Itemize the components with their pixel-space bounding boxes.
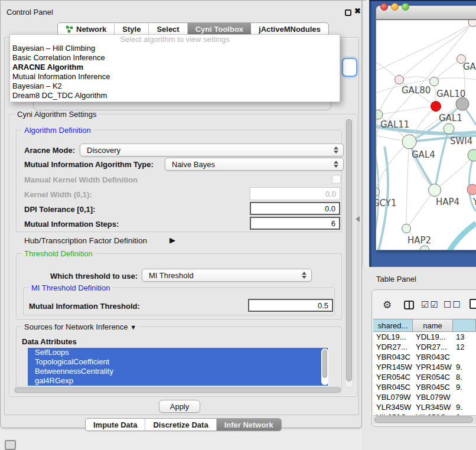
kernel-width-field[interactable]: 0.0 [250, 187, 340, 200]
manual-kernel-width-checkbox[interactable] [332, 175, 341, 184]
table-cell: YBR043C [413, 352, 453, 362]
algorithm-option[interactable]: Bayesian – K2 [10, 81, 340, 91]
tab-cyni-toolbox[interactable]: Cyni Toolbox [188, 23, 251, 35]
collapse-arrow-icon[interactable]: ▼ [130, 324, 136, 331]
table-row[interactable]: YBL079WYBL079W [373, 392, 476, 402]
settings-hscrollbar-thumb[interactable] [14, 387, 341, 393]
columns-icon[interactable] [404, 301, 414, 309]
primary-tab-bar: Network Style Select Cyni Toolbox jActiv… [57, 22, 329, 35]
zoom-traffic-light-icon[interactable] [402, 3, 409, 11]
table-cell: YDR27... [413, 342, 453, 352]
mi-algorithm-type-label: Mutual Information Algorithm Type: [24, 160, 154, 169]
tab-select[interactable]: Select [149, 23, 187, 35]
table-cell: YER054C [413, 372, 453, 382]
inference-algorithm-combobox-fragment[interactable] [342, 58, 357, 77]
settings-scrollbar-track[interactable] [345, 116, 353, 388]
network-node[interactable] [402, 224, 411, 233]
table-body: YDL19...YDL19...13YDR27...YDR27...12YBR0… [373, 332, 476, 415]
tab-jactivemnodules-label: jActiveMNodules [259, 25, 321, 34]
document-icon[interactable] [470, 299, 476, 309]
settings-scrollbar-thumb[interactable] [346, 119, 352, 381]
table-row[interactable]: YBR043CYBR043C [373, 352, 476, 362]
hub-definition-expander-label[interactable]: Hub/Transcription Factor Definition [24, 236, 147, 245]
network-node[interactable] [430, 77, 439, 86]
algorithm-dropdown-placeholder: Select algorithm to view settings [10, 35, 340, 44]
expander-arrow-icon[interactable]: ▶ [169, 236, 175, 244]
network-node[interactable] [456, 97, 469, 110]
combo-arrows-icon [334, 146, 338, 154]
data-attribute-item-selected[interactable]: TopologicalCoefficient [28, 357, 328, 367]
table-row[interactable]: YPR145WYPR145W9. [373, 362, 476, 372]
algorithm-dropdown-popup: Select algorithm to view settings Bayesi… [9, 34, 340, 102]
table-row[interactable]: YDR27...YDR27...12 [373, 342, 476, 352]
data-attribute-item-selected[interactable]: BetweennessCentrality [28, 367, 328, 376]
network-node[interactable] [468, 149, 476, 161]
tab-style[interactable]: Style [115, 23, 149, 35]
mi-algorithm-type-combobox[interactable]: Naive Bayes [165, 158, 344, 171]
network-node[interactable] [467, 184, 476, 195]
minimized-panel-icon[interactable] [5, 440, 16, 450]
combo-arrows-icon [334, 161, 338, 168]
attributes-scrollbar-track[interactable] [321, 348, 328, 385]
combo-arrows-icon [302, 272, 307, 279]
dpi-tolerance-field[interactable]: 0.0 [250, 202, 340, 215]
table-row[interactable]: YBR045CYBR045C9. [373, 382, 476, 392]
tab-discretize-data[interactable]: Discretize Data [145, 419, 216, 431]
sources-title-text: Sources for Network Inference [24, 322, 128, 331]
table-row[interactable]: YDL19...YDL19...13 [373, 332, 476, 342]
network-node-label: GAL1 [439, 113, 462, 123]
which-threshold-value: MI Threshold [149, 271, 194, 280]
table-row[interactable]: YLR345WYLR345W9. [373, 402, 476, 412]
mi-threshold-definition-title: MI Threshold Definition [29, 283, 112, 292]
network-node-label: GAL [463, 61, 476, 72]
table-row[interactable]: YER054CYER054C8. [373, 372, 476, 382]
table-cell: 13 [453, 332, 476, 342]
deselect-all-columns-icon[interactable]: ☐☐ [444, 299, 462, 310]
select-all-columns-icon[interactable]: ☑☑ [421, 299, 439, 310]
minimize-traffic-light-icon[interactable] [391, 3, 399, 11]
network-node[interactable] [444, 123, 454, 134]
network-node[interactable] [376, 110, 383, 119]
network-node[interactable] [431, 102, 441, 112]
which-threshold-combobox[interactable]: MI Threshold [142, 269, 312, 282]
tab-jactivemnodules[interactable]: jActiveMNodules [251, 23, 328, 35]
algorithm-option[interactable]: Dream8 DC_TDC Algorithm [10, 91, 340, 100]
network-node[interactable] [429, 184, 441, 197]
apply-button[interactable]: Apply [159, 400, 200, 413]
mi-steps-field[interactable]: 6 [250, 217, 340, 230]
close-icon[interactable]: ✖ [354, 6, 361, 15]
table-column-header[interactable] [453, 319, 476, 332]
tab-impute-data[interactable]: Impute Data [86, 419, 145, 431]
aracne-mode-combobox[interactable]: Discovery [80, 144, 344, 156]
network-edge [406, 190, 435, 229]
splitter-collapse-arrow[interactable] [356, 216, 360, 222]
float-window-icon[interactable] [345, 9, 351, 16]
data-attributes-label: Data Attributes [22, 337, 77, 346]
close-traffic-light-icon[interactable] [380, 3, 388, 11]
tab-infer-network[interactable]: Infer Network [217, 419, 281, 431]
settings-hscrollbar-track[interactable] [12, 386, 342, 394]
attributes-scrollbar-thumb[interactable] [322, 350, 327, 378]
data-attribute-item-selected[interactable]: gal4RGexp [28, 376, 328, 386]
tab-network[interactable]: Network [58, 23, 115, 35]
network-node[interactable] [395, 76, 404, 84]
tab-network-label: Network [76, 25, 106, 34]
network-canvas[interactable]: GAL80GAL10GALGAL1GAL11SWI4GAL4GCY1HAP4YH… [376, 20, 476, 250]
gear-icon[interactable]: ⚙ [383, 299, 392, 311]
table-column-header[interactable]: name [413, 319, 453, 332]
algorithm-option[interactable]: Bayesian – Hill Climbing [10, 44, 340, 53]
mi-threshold-field[interactable]: 0.5 [248, 299, 333, 312]
table-hscrollbar-thumb[interactable] [374, 416, 473, 423]
table-cell: 9. [453, 402, 476, 412]
table-column-header[interactable]: shared... [373, 319, 413, 332]
desktop-edge [369, 0, 476, 1]
network-node[interactable] [402, 135, 416, 149]
data-attribute-item-selected[interactable]: SelfLoops [28, 348, 328, 357]
table-cell: YPR145W [373, 362, 413, 372]
network-node-label: GCY1 [376, 198, 397, 208]
algorithm-option[interactable]: Mutual Information Inference [10, 72, 340, 81]
algorithm-option[interactable]: ARACNE Algorithm [10, 63, 340, 72]
table-cell: YER054C [373, 372, 413, 382]
algorithm-option[interactable]: Basic Correlation Inference [10, 53, 340, 63]
desktop-edge [369, 0, 371, 267]
